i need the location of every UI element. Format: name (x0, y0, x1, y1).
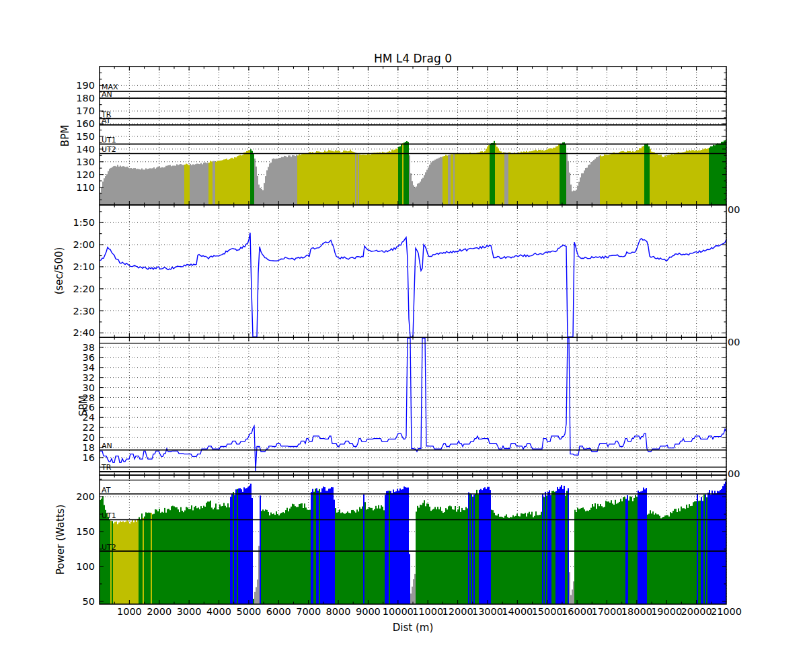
heart-rate-fill (416, 187, 417, 206)
power-fill (184, 511, 186, 605)
power-fill (359, 507, 360, 604)
power-fill (182, 511, 183, 604)
power-fill (409, 554, 410, 604)
power-fill (705, 495, 706, 604)
heart-rate-fill (428, 167, 429, 205)
heart-rate-fill (507, 153, 508, 205)
power-fill (539, 515, 541, 604)
power-fill (405, 487, 406, 604)
heart-rate-fill (364, 155, 366, 205)
heart-rate-fill (295, 156, 296, 205)
power-fill (592, 504, 593, 604)
power-fill (551, 491, 553, 604)
power-fill (105, 510, 106, 604)
power-fill (320, 492, 321, 604)
power-fill (270, 513, 272, 604)
power-fill (385, 495, 386, 604)
threshold-label: UT2 (102, 543, 116, 552)
heart-rate-fill (242, 155, 243, 206)
power-fill (133, 522, 134, 604)
x-tick-label: 17000 (591, 606, 622, 617)
heart-rate-fill (116, 167, 117, 205)
heart-rate-fill (417, 183, 418, 205)
heart-rate-fill (237, 156, 238, 205)
power-fill (452, 509, 453, 604)
heart-rate-fill (674, 154, 675, 205)
power-fill (112, 521, 113, 604)
power-fill (291, 507, 292, 604)
heart-rate-fill (373, 153, 374, 206)
power-fill (174, 507, 175, 605)
power-fill (106, 513, 108, 604)
heart-rate-fill (434, 160, 436, 205)
heart-rate-fill (159, 167, 160, 205)
heart-rate-fill (199, 164, 200, 205)
power-fill (702, 501, 703, 604)
power-fill (343, 513, 344, 604)
heart-rate-fill (390, 152, 391, 205)
heart-rate-fill (447, 156, 448, 206)
power-fill (364, 502, 366, 604)
power-fill (192, 510, 194, 604)
heart-rate-fill (616, 153, 617, 205)
heart-rate-fill (515, 153, 516, 205)
y-tick-label: 50 (83, 596, 95, 607)
heart-rate-fill (398, 147, 399, 205)
heart-rate-fill (354, 152, 355, 205)
heart-rate-fill (702, 150, 703, 206)
power-fill (206, 503, 207, 604)
power-fill (262, 509, 264, 604)
heart-rate-fill (724, 140, 725, 205)
heart-rate-fill (265, 176, 266, 205)
power-fill (397, 489, 398, 605)
power-fill (344, 514, 346, 604)
power-fill (507, 517, 508, 604)
x-tick-label: 8000 (326, 606, 351, 617)
heart-rate-fill (619, 152, 620, 205)
power-fill (404, 487, 405, 604)
power-fill (334, 500, 335, 604)
heart-rate-fill (703, 149, 705, 205)
power-fill (222, 506, 223, 604)
power-fill (549, 491, 550, 605)
heart-rate-fill (145, 168, 147, 205)
power-fill (194, 507, 195, 604)
heart-rate-fill (405, 142, 406, 205)
heart-rate-fill (377, 153, 378, 205)
power-fill (638, 491, 639, 604)
heart-rate-fill (414, 187, 416, 205)
power-fill (319, 489, 320, 604)
power-fill (476, 490, 477, 604)
heart-rate-fill (141, 169, 143, 206)
power-fill (398, 491, 399, 604)
power-fill (573, 581, 574, 604)
power-fill (110, 521, 112, 604)
power-fill (491, 510, 492, 604)
power-fill (382, 507, 383, 604)
y-tick-label: 18 (83, 442, 95, 453)
power-fill (187, 507, 188, 604)
heart-rate-fill (600, 155, 601, 205)
heart-rate-fill (132, 169, 133, 205)
power-fill (716, 493, 717, 604)
power-fill (461, 508, 463, 604)
heart-rate-fill (351, 151, 352, 205)
heart-rate-fill (648, 146, 650, 205)
power-fill (648, 514, 650, 605)
power-fill (667, 515, 668, 604)
heart-rate-fill (585, 168, 586, 205)
heart-rate-fill (632, 151, 633, 205)
power-fill (188, 509, 190, 604)
heart-rate-fill (553, 148, 554, 205)
power-fill (130, 521, 132, 604)
power-fill (581, 508, 582, 604)
power-fill (363, 495, 364, 604)
power-fill (164, 508, 165, 604)
heart-rate-fill (274, 159, 276, 206)
power-fill (399, 489, 401, 604)
heart-rate-fill (233, 159, 234, 205)
y-tick-label: 130 (76, 157, 95, 167)
heart-rate-fill (332, 151, 334, 205)
heart-rate-fill (178, 165, 179, 206)
heart-rate-fill (219, 161, 221, 205)
